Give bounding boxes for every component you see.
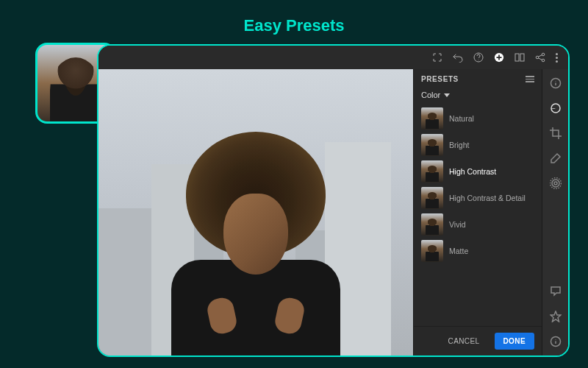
compare-icon[interactable] bbox=[514, 52, 525, 63]
more-icon[interactable] bbox=[556, 53, 558, 63]
expand-icon[interactable] bbox=[432, 52, 442, 63]
comment-icon[interactable] bbox=[549, 285, 562, 298]
svg-rect-2 bbox=[515, 54, 519, 61]
svg-point-4 bbox=[536, 56, 539, 59]
panel-menu-icon[interactable] bbox=[526, 76, 534, 82]
heal-icon[interactable] bbox=[549, 152, 562, 165]
preset-label: High Contrast & Detail bbox=[449, 194, 526, 202]
add-icon[interactable] bbox=[494, 52, 504, 63]
preset-item[interactable]: Bright bbox=[420, 132, 536, 158]
preset-list[interactable]: NaturalBrightHigh ContrastHigh Contrast … bbox=[414, 105, 542, 326]
preset-item[interactable]: High Contrast bbox=[420, 158, 536, 185]
masking-icon[interactable] bbox=[549, 177, 562, 190]
preset-thumbnail bbox=[421, 160, 443, 183]
preset-item[interactable]: Vivid bbox=[420, 211, 536, 238]
preset-label: Bright bbox=[449, 141, 469, 149]
panel-header: PRESETS bbox=[414, 69, 542, 88]
app-header bbox=[98, 46, 568, 69]
photo-canvas[interactable] bbox=[98, 69, 413, 355]
page-title: Easy Presets bbox=[244, 16, 345, 35]
right-toolstrip bbox=[542, 69, 568, 355]
panel-title: PRESETS bbox=[421, 75, 459, 83]
panel-actions: CANCEL DONE bbox=[414, 326, 542, 355]
svg-point-5 bbox=[542, 53, 545, 56]
chevron-down-icon bbox=[444, 93, 450, 97]
undo-icon[interactable] bbox=[453, 52, 463, 63]
svg-point-6 bbox=[542, 59, 545, 62]
preset-label: Vivid bbox=[449, 220, 466, 229]
photo-subject bbox=[168, 127, 344, 355]
preset-thumbnail bbox=[421, 240, 443, 262]
help-icon[interactable] bbox=[473, 52, 484, 63]
preset-item[interactable]: Natural bbox=[420, 105, 536, 132]
preset-label: Matte bbox=[449, 247, 468, 255]
preset-label: High Contrast bbox=[449, 167, 496, 176]
preset-category-select[interactable]: Color bbox=[414, 88, 542, 105]
svg-point-10 bbox=[552, 180, 559, 187]
share-icon[interactable] bbox=[535, 52, 545, 63]
category-label: Color bbox=[421, 91, 440, 99]
svg-rect-3 bbox=[520, 54, 524, 61]
preset-thumbnail bbox=[421, 107, 443, 130]
info2-icon[interactable] bbox=[549, 335, 562, 348]
app-window: PRESETS Color NaturalBrightHigh Contrast… bbox=[97, 44, 570, 357]
svg-point-9 bbox=[554, 182, 557, 185]
preset-thumbnail bbox=[421, 187, 443, 209]
info-icon[interactable] bbox=[549, 77, 562, 90]
preset-item[interactable]: High Contrast & Detail bbox=[420, 185, 536, 211]
cancel-button[interactable]: CANCEL bbox=[440, 333, 489, 350]
preset-item[interactable]: Matte bbox=[420, 238, 536, 264]
preset-thumbnail bbox=[421, 213, 443, 236]
app-body: PRESETS Color NaturalBrightHigh Contrast… bbox=[98, 69, 568, 355]
presets-panel: PRESETS Color NaturalBrightHigh Contrast… bbox=[413, 69, 542, 355]
done-button[interactable]: DONE bbox=[495, 333, 535, 350]
preset-thumbnail bbox=[421, 134, 443, 156]
thumbnail-person bbox=[50, 57, 101, 124]
building bbox=[98, 208, 157, 355]
adjust-icon[interactable] bbox=[549, 102, 562, 115]
preset-label: Natural bbox=[449, 114, 474, 123]
crop-icon[interactable] bbox=[549, 127, 562, 140]
star-icon[interactable] bbox=[549, 310, 562, 323]
